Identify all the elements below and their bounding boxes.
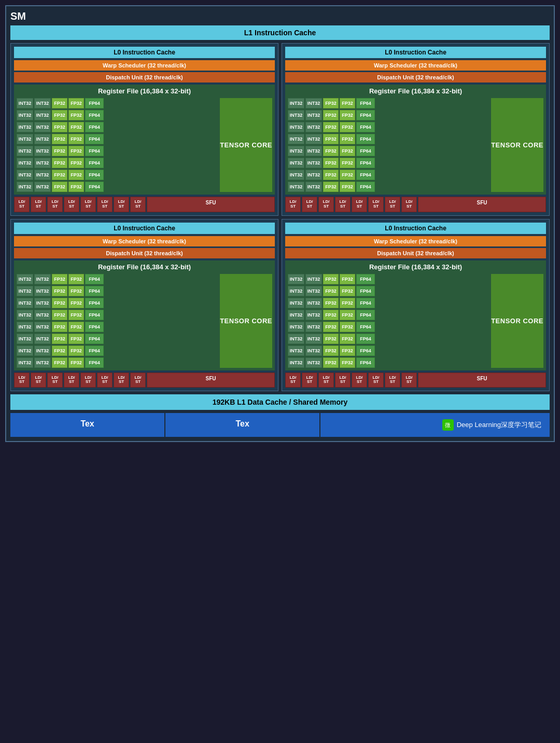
- ldst-cell: LD/ST: [97, 197, 113, 212]
- quadrant-3: L0 Instruction Cache Warp Scheduler (32 …: [10, 219, 278, 392]
- table-row: INT32 INT32 FP32 FP32 FP64: [288, 170, 489, 180]
- fp64-cell: FP64: [85, 134, 104, 144]
- int32-cell: INT32: [305, 286, 322, 296]
- q4-ldst-sfu-row: LD/ST LD/ST LD/ST LD/ST LD/ST LD/ST LD/S…: [285, 373, 546, 388]
- int32-cell: INT32: [305, 357, 322, 368]
- watermark-text: Deep Learning深度学习笔记: [457, 420, 541, 430]
- fp32-cell: FP32: [323, 298, 339, 308]
- fp64-cell: FP64: [85, 98, 104, 108]
- sfu-cell: SFU: [147, 373, 275, 388]
- table-row: INT32 INT32 FP32 FP32 FP64: [17, 134, 218, 144]
- q2-l0-cache: L0 Instruction Cache: [285, 47, 546, 58]
- fp32-cell: FP32: [52, 98, 67, 108]
- q2-register-file-area: Register File (16,384 x 32-bit) INT32 IN…: [285, 85, 546, 195]
- fp64-cell: FP64: [85, 298, 104, 308]
- fp64-cell: FP64: [85, 182, 104, 192]
- fp32-cell: FP32: [52, 357, 67, 368]
- ldst-cell: LD/ST: [64, 373, 79, 388]
- fp64-cell: FP64: [85, 146, 104, 156]
- fp32-cell: FP32: [52, 134, 67, 144]
- int32-cell: INT32: [305, 298, 322, 308]
- table-row: INT32 INT32 FP32 FP32 FP64: [17, 146, 218, 156]
- q4-register-file-area: Register File (16,384 x 32-bit) INT32 IN…: [285, 260, 546, 370]
- table-row: INT32 INT32 FP32 FP32 FP64: [17, 286, 218, 296]
- ldst-cell: LD/ST: [302, 197, 317, 212]
- table-row: INT32 INT32 FP32 FP32 FP64: [288, 98, 489, 108]
- int32-cell: INT32: [17, 322, 33, 332]
- ldst-cell: LD/ST: [385, 373, 400, 388]
- tex-cell-1: Tex: [10, 413, 164, 437]
- fp32-cell: FP32: [340, 158, 355, 168]
- int32-cell: INT32: [34, 298, 51, 308]
- ldst-cell: LD/ST: [31, 373, 46, 388]
- fp32-cell: FP32: [68, 146, 84, 156]
- int32-cell: INT32: [17, 286, 33, 296]
- fp64-cell: FP64: [356, 98, 375, 108]
- int32-cell: INT32: [288, 134, 304, 144]
- int32-cell: INT32: [34, 134, 51, 144]
- ldst-cell: LD/ST: [114, 373, 129, 388]
- int32-cell: INT32: [288, 146, 304, 156]
- fp32-cell: FP32: [323, 158, 339, 168]
- int32-cell: INT32: [34, 346, 51, 356]
- fp64-cell: FP64: [356, 357, 375, 368]
- int32-cell: INT32: [305, 122, 322, 132]
- q2-dispatch-unit: Dispatch Unit (32 thread/clk): [285, 72, 546, 82]
- q1-warp-scheduler: Warp Scheduler (32 thread/clk): [14, 60, 275, 71]
- table-row: INT32 INT32 FP32 FP32 FP64: [17, 98, 218, 108]
- ldst-cell: LD/ST: [47, 373, 63, 388]
- ldst-cell: LD/ST: [401, 197, 417, 212]
- sfu-cell: SFU: [418, 197, 546, 212]
- table-row: INT32 INT32 FP32 FP32 FP64: [17, 298, 218, 308]
- ldst-cell: LD/ST: [335, 373, 351, 388]
- table-row: INT32 INT32 FP32 FP32 FP64: [288, 146, 489, 156]
- fp32-cell: FP32: [68, 158, 84, 168]
- fp32-cell: FP32: [323, 146, 339, 156]
- ldst-cell: LD/ST: [97, 373, 113, 388]
- fp32-cell: FP32: [68, 110, 84, 120]
- fp64-cell: FP64: [85, 357, 104, 368]
- table-row: INT32 INT32 FP32 FP32 FP64: [288, 310, 489, 320]
- fp32-cell: FP32: [68, 274, 84, 284]
- int32-cell: INT32: [305, 134, 322, 144]
- ldst-cell: LD/ST: [401, 373, 417, 388]
- fp32-cell: FP32: [323, 134, 339, 144]
- table-row: INT32 INT32 FP32 FP32 FP64: [17, 158, 218, 168]
- fp32-cell: FP32: [323, 357, 339, 368]
- fp32-cell: FP32: [68, 334, 84, 344]
- table-row: INT32 INT32 FP32 FP32 FP64: [17, 357, 218, 368]
- q3-ldst-sfu-row: LD/ST LD/ST LD/ST LD/ST LD/ST LD/ST LD/S…: [14, 373, 275, 388]
- fp32-cell: FP32: [323, 310, 339, 320]
- fp64-cell: FP64: [85, 286, 104, 296]
- ldst-cell: LD/ST: [14, 373, 30, 388]
- fp32-cell: FP32: [52, 122, 67, 132]
- fp32-cell: FP32: [52, 182, 67, 192]
- fp32-cell: FP32: [68, 322, 84, 332]
- int32-cell: INT32: [34, 98, 51, 108]
- ldst-cell: LD/ST: [80, 197, 96, 212]
- watermark-cell: 微 Deep Learning深度学习笔记: [320, 413, 550, 437]
- int32-cell: INT32: [17, 346, 33, 356]
- int32-cell: INT32: [17, 146, 33, 156]
- table-row: INT32 INT32 FP32 FP32 FP64: [288, 357, 489, 368]
- fp32-cell: FP32: [68, 170, 84, 180]
- int32-cell: INT32: [288, 298, 304, 308]
- int32-cell: INT32: [288, 357, 304, 368]
- fp32-cell: FP32: [340, 346, 355, 356]
- q2-tensor-core: TENSOR CORE: [491, 98, 543, 192]
- int32-cell: INT32: [17, 334, 33, 344]
- ldst-cell: LD/ST: [385, 197, 400, 212]
- fp32-cell: FP32: [340, 322, 355, 332]
- fp32-cell: FP32: [52, 170, 67, 180]
- int32-cell: INT32: [305, 346, 322, 356]
- quadrant-2: L0 Instruction Cache Warp Scheduler (32 …: [282, 43, 550, 216]
- int32-cell: INT32: [34, 334, 51, 344]
- fp64-cell: FP64: [85, 110, 104, 120]
- ldst-cell: LD/ST: [318, 197, 334, 212]
- ldst-cell: LD/ST: [114, 197, 129, 212]
- fp64-cell: FP64: [356, 122, 375, 132]
- int32-cell: INT32: [34, 310, 51, 320]
- q4-core-rows: INT32 INT32 FP32 FP32 FP64 INT32 INT32 F…: [288, 274, 489, 368]
- fp64-cell: FP64: [85, 274, 104, 284]
- q4-tensor-core: TENSOR CORE: [491, 274, 543, 368]
